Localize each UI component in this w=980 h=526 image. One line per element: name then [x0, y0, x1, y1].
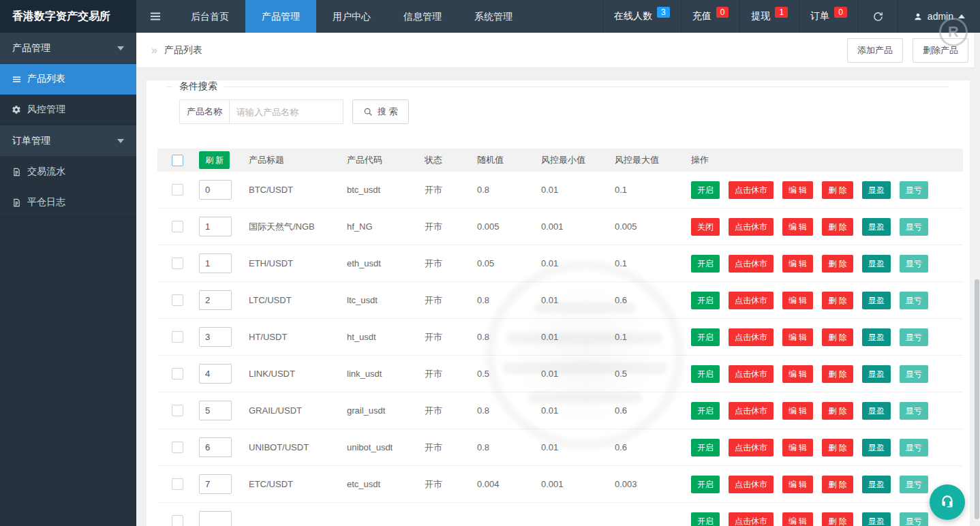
show-win-button[interactable]: 显盈 — [862, 476, 891, 493]
row-checkbox[interactable] — [172, 184, 183, 196]
sidebar-group[interactable]: 产品管理 — [0, 33, 136, 64]
delete-product-button[interactable]: 删除产品 — [913, 38, 968, 63]
toggle-market-button[interactable]: 开启 — [691, 181, 720, 199]
row-checkbox[interactable] — [172, 258, 183, 269]
delete-button[interactable]: 删 除 — [822, 512, 853, 526]
toggle-market-button[interactable]: 开启 — [691, 292, 720, 309]
toggle-market-button[interactable]: 开启 — [691, 365, 720, 383]
sort-input[interactable] — [199, 253, 232, 273]
row-checkbox[interactable] — [172, 368, 183, 380]
show-win-button[interactable]: 显盈 — [862, 365, 891, 383]
sidebar-item[interactable]: 交易流水 — [0, 157, 136, 187]
refresh-button[interactable]: 刷 新 — [199, 151, 230, 169]
search-button[interactable]: 搜 索 — [352, 99, 409, 124]
delete-button[interactable]: 删 除 — [822, 218, 853, 236]
row-checkbox[interactable] — [172, 478, 183, 490]
edit-button[interactable]: 编 辑 — [782, 402, 813, 420]
toggle-market-button[interactable]: 开启 — [691, 255, 720, 273]
edit-button[interactable]: 编 辑 — [782, 512, 813, 526]
row-checkbox[interactable] — [172, 331, 183, 343]
pause-market-button[interactable]: 点击休市 — [729, 181, 774, 199]
delete-button[interactable]: 删 除 — [822, 439, 853, 457]
edit-button[interactable]: 编 辑 — [782, 365, 813, 383]
select-all-checkbox[interactable] — [172, 155, 183, 166]
show-win-button[interactable]: 显盈 — [862, 292, 891, 309]
product-name-input[interactable] — [229, 99, 343, 124]
sort-input[interactable] — [199, 401, 232, 420]
sort-input[interactable] — [199, 511, 232, 526]
show-win-button[interactable]: 显盈 — [862, 255, 891, 273]
topnav-stat[interactable]: 在线人数3 — [602, 0, 681, 33]
show-loss-button[interactable]: 显亏 — [900, 218, 928, 236]
pause-market-button[interactable]: 点击休市 — [729, 292, 774, 309]
pause-market-button[interactable]: 点击休市 — [729, 328, 774, 346]
row-checkbox[interactable] — [172, 405, 183, 416]
show-loss-button[interactable]: 显亏 — [900, 181, 928, 199]
toggle-market-button[interactable]: 开启 — [691, 512, 720, 526]
pause-market-button[interactable]: 点击休市 — [729, 512, 774, 526]
edit-button[interactable]: 编 辑 — [782, 439, 813, 457]
show-loss-button[interactable]: 显亏 — [900, 292, 928, 309]
add-product-button[interactable]: 添加产品 — [847, 38, 903, 63]
row-checkbox[interactable] — [172, 294, 183, 306]
topnav-item[interactable]: 后台首页 — [174, 0, 245, 33]
topnav-stat[interactable]: 订单0 — [799, 0, 858, 33]
sort-input[interactable] — [199, 327, 232, 347]
edit-button[interactable]: 编 辑 — [782, 255, 813, 273]
sort-input[interactable] — [199, 217, 232, 236]
topnav-stat[interactable]: 充值0 — [681, 0, 740, 33]
sidebar-item[interactable]: 风控管理 — [0, 95, 136, 125]
menu-toggle-icon[interactable] — [136, 0, 174, 33]
sort-input[interactable] — [199, 180, 232, 200]
delete-button[interactable]: 删 除 — [822, 292, 853, 309]
user-menu[interactable]: admin — [898, 0, 980, 33]
topnav-stat[interactable]: 提现1 — [739, 0, 799, 33]
show-loss-button[interactable]: 显亏 — [900, 255, 928, 273]
show-win-button[interactable]: 显盈 — [862, 328, 891, 346]
edit-button[interactable]: 编 辑 — [782, 476, 813, 493]
sidebar-item[interactable]: 产品列表 — [0, 64, 136, 95]
sidebar-item[interactable]: 平仓日志 — [0, 187, 136, 218]
show-win-button[interactable]: 显盈 — [862, 218, 891, 236]
row-checkbox[interactable] — [172, 515, 183, 526]
show-win-button[interactable]: 显盈 — [862, 181, 891, 199]
sidebar-group[interactable]: 订单管理 — [0, 125, 136, 157]
sort-input[interactable] — [199, 437, 232, 457]
show-win-button[interactable]: 显盈 — [862, 512, 891, 526]
delete-button[interactable]: 删 除 — [822, 328, 853, 346]
show-win-button[interactable]: 显盈 — [862, 439, 891, 457]
show-loss-button[interactable]: 显亏 — [900, 512, 928, 526]
show-loss-button[interactable]: 显亏 — [900, 402, 928, 420]
pause-market-button[interactable]: 点击休市 — [729, 365, 774, 383]
row-checkbox[interactable] — [172, 221, 183, 232]
pause-market-button[interactable]: 点击休市 — [729, 255, 774, 273]
topnav-item[interactable]: 系统管理 — [458, 0, 529, 33]
row-checkbox[interactable] — [172, 442, 183, 453]
delete-button[interactable]: 删 除 — [822, 476, 853, 493]
edit-button[interactable]: 编 辑 — [782, 218, 813, 236]
toggle-market-button[interactable]: 开启 — [691, 476, 720, 493]
topnav-item[interactable]: 信息管理 — [387, 0, 458, 33]
sort-input[interactable] — [199, 364, 232, 384]
delete-button[interactable]: 删 除 — [822, 365, 853, 383]
refresh-icon[interactable] — [858, 0, 898, 33]
show-loss-button[interactable]: 显亏 — [900, 328, 928, 346]
pause-market-button[interactable]: 点击休市 — [729, 402, 774, 420]
delete-button[interactable]: 删 除 — [822, 255, 853, 273]
toggle-market-button[interactable]: 开启 — [691, 328, 720, 346]
edit-button[interactable]: 编 辑 — [782, 328, 813, 346]
pause-market-button[interactable]: 点击休市 — [729, 218, 774, 236]
sort-input[interactable] — [199, 290, 232, 310]
pause-market-button[interactable]: 点击休市 — [729, 476, 774, 493]
scrollbar-thumb[interactable] — [975, 279, 979, 519]
delete-button[interactable]: 删 除 — [822, 181, 853, 199]
topnav-item[interactable]: 用户中心 — [316, 0, 387, 33]
show-loss-button[interactable]: 显亏 — [900, 439, 928, 457]
show-loss-button[interactable]: 显亏 — [900, 476, 928, 493]
toggle-market-button[interactable]: 关闭 — [691, 218, 720, 236]
show-win-button[interactable]: 显盈 — [862, 402, 891, 420]
sort-input[interactable] — [199, 474, 232, 494]
toggle-market-button[interactable]: 开启 — [691, 439, 720, 457]
show-loss-button[interactable]: 显亏 — [900, 365, 928, 383]
edit-button[interactable]: 编 辑 — [782, 292, 813, 309]
